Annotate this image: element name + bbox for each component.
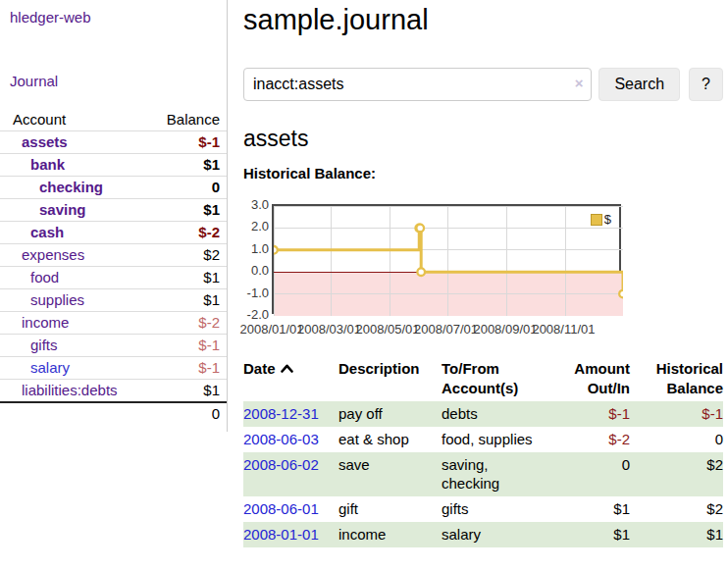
account-balance: 0 [150,177,227,199]
account-link-assets[interactable]: assets [22,133,68,150]
account-link-salary[interactable]: salary [30,359,70,376]
y-tick-label: 0.0 [243,264,269,278]
account-link-gifts[interactable]: gifts [30,337,58,353]
register-row: 2008-06-03 eat & shop food, supplies $-2… [243,427,723,452]
transaction-balance: $2 [630,496,723,522]
account-link-cash[interactable]: cash [30,224,64,240]
account-balance: $-1 [150,335,227,357]
account-balance: $2 [150,244,227,267]
transaction-description: eat & shop [338,427,442,452]
y-tick-label: -2.0 [243,308,269,322]
transaction-description: pay off [338,401,442,427]
transaction-amount: $1 [549,496,630,522]
accounts-table: Account Balance assets $-1 bank $1 check… [0,109,227,425]
account-balance: $1 [150,380,227,403]
search-form: × Search ? [243,68,723,101]
chart-plot-area[interactable]: $ [272,204,621,314]
register-row: 2008-01-01 income salary $1 $1 [243,522,723,547]
account-row: salary $-1 [0,357,227,380]
account-row: saving $1 [0,199,227,222]
transaction-amount: $-2 [549,427,630,452]
description-column-header: Description [338,357,442,401]
transaction-amount: $1 [549,522,630,547]
legend-swatch-icon [591,214,602,226]
account-row: income $-2 [0,312,227,335]
account-balance: $-1 [150,357,227,380]
account-column-header: Account [0,109,150,131]
account-balance: $1 [150,267,227,289]
account-balance: $1 [150,289,227,312]
search-button[interactable]: Search [598,68,680,101]
account-link-expenses[interactable]: expenses [22,246,84,263]
x-tick-label: 2008/11/01 [532,322,595,337]
transaction-description: save [338,452,442,496]
transaction-date-link[interactable]: 2008-06-01 [243,500,319,517]
transaction-description: income [338,522,442,547]
legend-label: $ [604,212,611,227]
amount-column-header: AmountOut/In [549,357,630,401]
transaction-balance: $-1 [630,401,723,427]
y-tick-label: 2.0 [243,220,269,234]
account-row: cash $-2 [0,222,227,244]
account-row: liabilities:debts $1 [0,380,227,403]
sidebar-item-journal[interactable]: Journal [10,73,227,89]
transaction-balance: $2 [630,452,723,496]
transaction-accounts: food, supplies [442,427,549,452]
clear-search-icon[interactable]: × [575,76,584,91]
page-title: sample.journal [243,2,723,37]
search-help-button[interactable]: ? [689,68,723,101]
y-tick-label: -1.0 [243,286,269,300]
transaction-balance: $1 [630,522,723,547]
account-link-food[interactable]: food [30,269,59,286]
x-tick-label: 2008/09/01 [473,322,537,337]
transaction-amount: $-1 [549,401,630,427]
transaction-accounts: saving, checking [442,452,549,496]
account-balance: $-2 [150,312,227,335]
accounts-header-row: Account Balance [0,109,227,131]
transaction-amount: 0 [549,452,630,496]
transaction-accounts: salary [442,522,549,547]
transaction-balance: 0 [630,427,723,452]
balance-line-chart [274,206,623,316]
account-link-bank[interactable]: bank [30,156,65,173]
x-tick-label: 2008/07/01 [414,322,478,337]
transaction-date-link[interactable]: 2008-01-01 [243,526,319,543]
account-heading: assets [243,126,723,152]
account-link-checking[interactable]: checking [39,179,103,195]
transaction-date-link[interactable]: 2008-12-31 [243,405,319,422]
balance-column-header: Balance [150,109,227,131]
accounts-total-row: 0 [0,402,227,425]
account-balance: $1 [150,199,227,222]
account-row: expenses $2 [0,244,227,267]
account-link-saving[interactable]: saving [39,201,86,218]
account-link-liabilities-debts[interactable]: liabilities:debts [22,382,118,398]
y-tick-label: 1.0 [243,242,269,256]
app-title-link[interactable]: hledger-web [0,0,227,26]
y-tick-label: 3.0 [243,198,269,212]
account-row: gifts $-1 [0,335,227,357]
account-row: supplies $1 [0,289,227,312]
register-row: 2008-12-31 pay off debts $-1 $-1 [243,401,723,427]
transaction-date-link[interactable]: 2008-06-02 [243,456,319,473]
transaction-date-link[interactable]: 2008-06-03 [243,431,319,447]
sort-ascending-icon [281,364,293,373]
account-row: assets $-1 [0,131,227,154]
sidebar: hledger-web Journal Account Balance asse… [0,0,228,432]
account-balance: $-1 [150,131,227,154]
account-row: checking 0 [0,177,227,199]
x-tick-label: 2008/01/01 [239,322,303,337]
account-row: bank $1 [0,154,227,177]
account-row: food $1 [0,267,227,289]
transaction-accounts: debts [442,401,549,427]
account-link-supplies[interactable]: supplies [30,291,84,308]
date-column-header[interactable]: Date [243,357,338,401]
transaction-accounts: gifts [442,496,549,522]
account-link-income[interactable]: income [22,314,69,331]
main-content: sample.journal × Search ? assets Histori… [243,0,723,547]
search-input[interactable] [243,68,592,101]
historical-balance-chart: 3.02.01.00.0-1.0-2.0 $ 2008/01/012008/03… [243,184,723,337]
accounts-total-balance: 0 [150,402,227,425]
x-tick-label: 2008/03/01 [297,322,361,337]
register-table: Date Description To/FromAccount(s) Amoun… [243,357,723,547]
account-balance: $1 [150,154,227,177]
